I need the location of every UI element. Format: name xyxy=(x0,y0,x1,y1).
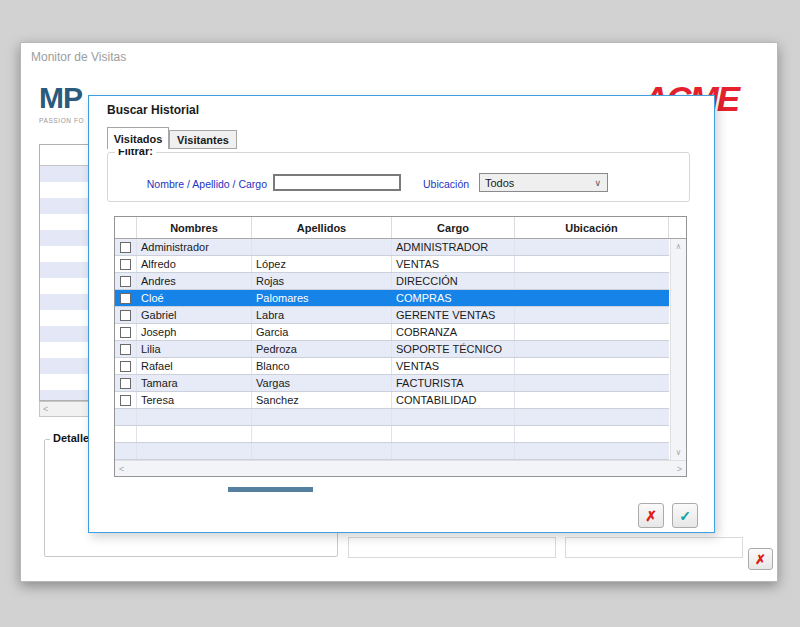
cell-ubicacion[interactable] xyxy=(515,375,669,391)
cell-cargo[interactable]: CONTABILIDAD xyxy=(392,392,515,408)
cell-ubicacion[interactable] xyxy=(515,341,669,357)
table-row[interactable]: TeresaSanchezCONTABILIDAD xyxy=(115,392,669,409)
row-checkbox[interactable] xyxy=(120,361,131,372)
cell-nombres[interactable] xyxy=(137,426,252,442)
cell-apellidos[interactable]: Pedroza xyxy=(252,341,392,357)
row-checkbox[interactable] xyxy=(120,378,131,389)
cell-nombres[interactable]: Joseph xyxy=(137,324,252,340)
cell-apellidos[interactable] xyxy=(252,239,392,255)
cell-ubicacion[interactable] xyxy=(515,239,669,255)
cell-cargo[interactable] xyxy=(392,426,515,442)
grid-vertical-scrollbar[interactable]: ∧ ∨ xyxy=(670,239,686,460)
table-row[interactable]: AndresRojasDIRECCIÓN xyxy=(115,273,669,290)
cell-nombres[interactable]: Andres xyxy=(137,273,252,289)
header-scrollbar-spacer xyxy=(669,217,686,238)
cell-cargo[interactable] xyxy=(392,443,515,459)
cell-apellidos[interactable]: Rojas xyxy=(252,273,392,289)
cell-cargo[interactable]: DIRECCIÓN xyxy=(392,273,515,289)
cell-apellidos[interactable] xyxy=(252,426,392,442)
window-close-button[interactable]: ✗ xyxy=(748,548,773,570)
row-checkbox-cell xyxy=(115,256,137,272)
column-header-apellidos[interactable]: Apellidos xyxy=(252,217,392,238)
cell-ubicacion[interactable] xyxy=(515,358,669,374)
cell-nombres[interactable] xyxy=(137,409,252,425)
cell-nombres[interactable]: Administrador xyxy=(137,239,252,255)
scroll-left-icon[interactable]: < xyxy=(119,464,124,474)
detalle-label: Detalle xyxy=(50,432,92,444)
scroll-down-icon[interactable]: ∨ xyxy=(676,448,682,457)
row-checkbox[interactable] xyxy=(120,276,131,287)
cell-apellidos[interactable]: Palomares xyxy=(252,290,392,306)
cell-apellidos[interactable]: Blanco xyxy=(252,358,392,374)
tab-visitados[interactable]: Visitados xyxy=(107,127,169,149)
scroll-right-icon[interactable]: > xyxy=(677,464,682,474)
scroll-up-icon[interactable]: ∧ xyxy=(676,242,682,251)
cell-ubicacion[interactable] xyxy=(515,290,669,306)
cell-ubicacion[interactable] xyxy=(515,273,669,289)
table-row[interactable]: RafaelBlancoVENTAS xyxy=(115,358,669,375)
cell-ubicacion[interactable] xyxy=(515,426,669,442)
bottom-panel-middle xyxy=(348,537,556,558)
table-row[interactable]: AdministradorADMINISTRADOR xyxy=(115,239,669,256)
row-checkbox[interactable] xyxy=(120,259,131,270)
cell-apellidos[interactable]: Vargas xyxy=(252,375,392,391)
cell-nombres[interactable]: Cloé xyxy=(137,290,252,306)
row-checkbox-cell xyxy=(115,409,137,425)
cell-apellidos[interactable] xyxy=(252,409,392,425)
table-row[interactable]: GabrielLabraGERENTE VENTAS xyxy=(115,307,669,324)
cell-cargo[interactable]: VENTAS xyxy=(392,256,515,272)
cell-cargo[interactable]: VENTAS xyxy=(392,358,515,374)
table-row[interactable]: LiliaPedrozaSOPORTE TÉCNICO xyxy=(115,341,669,358)
table-row[interactable] xyxy=(115,443,669,460)
scroll-left-icon[interactable]: < xyxy=(43,404,48,414)
cell-ubicacion[interactable] xyxy=(515,256,669,272)
table-row[interactable]: JosephGarciaCOBRANZA xyxy=(115,324,669,341)
cell-cargo[interactable]: GERENTE VENTAS xyxy=(392,307,515,323)
cell-cargo[interactable]: COMPRAS xyxy=(392,290,515,306)
cell-ubicacion[interactable] xyxy=(515,324,669,340)
cell-nombres[interactable]: Lilia xyxy=(137,341,252,357)
cell-nombres[interactable]: Rafael xyxy=(137,358,252,374)
cancel-button[interactable]: ✗ xyxy=(638,503,664,528)
cell-cargo[interactable] xyxy=(392,409,515,425)
row-checkbox[interactable] xyxy=(120,327,131,338)
cell-ubicacion[interactable] xyxy=(515,443,669,459)
grid-body: AdministradorADMINISTRADORAlfredoLópezVE… xyxy=(115,239,669,460)
cell-apellidos[interactable]: Sanchez xyxy=(252,392,392,408)
cell-cargo[interactable]: SOPORTE TÉCNICO xyxy=(392,341,515,357)
column-header-ubicación[interactable]: Ubicación xyxy=(515,217,669,238)
grid-horizontal-scrollbar[interactable]: < > xyxy=(115,460,686,476)
cell-apellidos[interactable]: López xyxy=(252,256,392,272)
accept-button[interactable]: ✓ xyxy=(672,503,698,528)
cell-nombres[interactable] xyxy=(137,443,252,459)
cell-nombres[interactable]: Gabriel xyxy=(137,307,252,323)
name-filter-input[interactable] xyxy=(273,174,401,191)
table-row[interactable] xyxy=(115,409,669,426)
cell-apellidos[interactable]: Labra xyxy=(252,307,392,323)
row-checkbox[interactable] xyxy=(120,242,131,253)
column-header-nombres[interactable]: Nombres xyxy=(137,217,252,238)
cell-apellidos[interactable] xyxy=(252,443,392,459)
cell-nombres[interactable]: Tamara xyxy=(137,375,252,391)
row-checkbox[interactable] xyxy=(120,310,131,321)
row-checkbox[interactable] xyxy=(120,395,131,406)
cell-ubicacion[interactable] xyxy=(515,409,669,425)
cell-ubicacion[interactable] xyxy=(515,307,669,323)
cell-ubicacion[interactable] xyxy=(515,392,669,408)
table-row[interactable] xyxy=(115,426,669,443)
cell-nombres[interactable]: Alfredo xyxy=(137,256,252,272)
cell-nombres[interactable]: Teresa xyxy=(137,392,252,408)
table-row[interactable]: CloéPalomaresCOMPRAS xyxy=(115,290,669,307)
column-header-cargo[interactable]: Cargo xyxy=(392,217,515,238)
cell-apellidos[interactable]: Garcia xyxy=(252,324,392,340)
cell-cargo[interactable]: ADMINISTRADOR xyxy=(392,239,515,255)
desktop: Monitor de Visitas MP PASSION FO ACME < … xyxy=(0,0,800,627)
cell-cargo[interactable]: COBRANZA xyxy=(392,324,515,340)
table-row[interactable]: AlfredoLópezVENTAS xyxy=(115,256,669,273)
cell-cargo[interactable]: FACTURISTA xyxy=(392,375,515,391)
tab-visitantes[interactable]: Visitantes xyxy=(169,130,237,149)
location-dropdown[interactable]: Todos ∨ xyxy=(479,173,608,192)
row-checkbox[interactable] xyxy=(120,293,131,304)
table-row[interactable]: TamaraVargasFACTURISTA xyxy=(115,375,669,392)
row-checkbox[interactable] xyxy=(120,344,131,355)
